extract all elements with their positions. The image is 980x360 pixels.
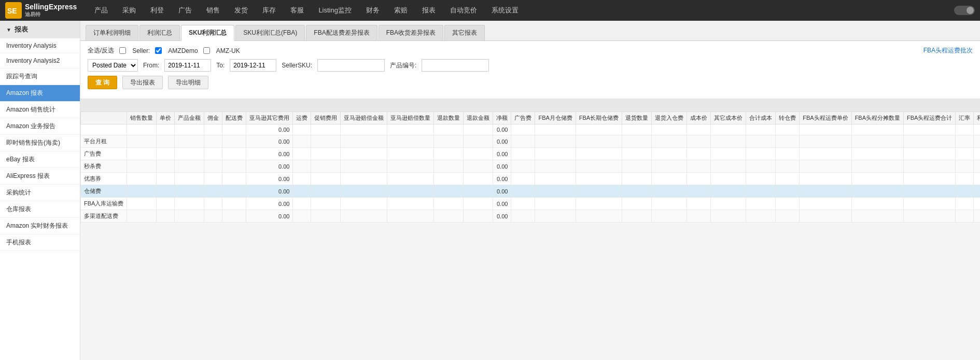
- row-val-col26: [956, 210, 974, 223]
- row-val-col14: [511, 135, 535, 148]
- row-val-col6: 0.00: [246, 173, 293, 185]
- tab-sku-profit-fba[interactable]: SKU利润汇总(FBA): [235, 25, 305, 40]
- seller-amzdemo-checkbox[interactable]: [155, 47, 162, 54]
- nav-claim[interactable]: 索赔: [387, 0, 415, 21]
- table-row: 广告费0.000.00: [81, 148, 981, 160]
- row-val-col25: [904, 148, 956, 160]
- nav-product[interactable]: 产品: [87, 0, 115, 21]
- nav-sales[interactable]: 销售: [199, 0, 227, 21]
- export-report-button[interactable]: 导出报表: [122, 76, 163, 89]
- date-from-input[interactable]: [164, 59, 211, 72]
- table-header-area: [80, 99, 980, 112]
- tab-profit-summary[interactable]: 利润汇总: [139, 25, 180, 40]
- row-val-col21: [746, 185, 776, 198]
- row-val-col10: [387, 148, 434, 160]
- nav-customer[interactable]: 客服: [283, 0, 311, 21]
- row-val-col15: [535, 160, 576, 173]
- col-return-qty: 退货数量: [622, 112, 652, 124]
- sidebar: ▼ 报表 Inventory Analysis Inventory Analys…: [0, 21, 80, 360]
- query-button[interactable]: 查 询: [88, 76, 117, 89]
- tab-other-report[interactable]: 其它报表: [444, 25, 485, 40]
- sidebar-item-amazon-realtime[interactable]: Amazon 实时财务报表: [0, 218, 80, 234]
- sidebar-item-aliexpress[interactable]: AliExpress 报表: [0, 168, 80, 185]
- row-val-col17: [622, 135, 652, 148]
- seller-amzuk-checkbox[interactable]: [203, 47, 210, 54]
- sidebar-item-ebay[interactable]: eBay 报表: [0, 151, 80, 168]
- sidebar-item-amazon-business[interactable]: Amazon 业务报告: [0, 118, 80, 135]
- row-val-col2: [157, 198, 175, 210]
- sidebar-item-inventory-analysis[interactable]: Inventory Analysis: [0, 38, 80, 53]
- sidebar-item-amazon-report[interactable]: Amazon 报表: [0, 85, 80, 102]
- row-val-col5: [222, 210, 246, 223]
- tab-order-profit[interactable]: 订单利润明细: [86, 25, 138, 40]
- filter-area: 全选/反选 Seller: AMZDemo AMZ-UK FBA头程运费批次 P…: [80, 41, 980, 99]
- nav-inventory[interactable]: 库存: [255, 0, 283, 21]
- product-code-input[interactable]: [422, 59, 489, 72]
- row-val-col8: [311, 198, 341, 210]
- nav-ship[interactable]: 发货: [227, 0, 255, 21]
- nav-lideng[interactable]: 利登: [143, 0, 171, 21]
- tab-fba-shipping-diff[interactable]: FBA配送费差异报表: [306, 25, 377, 40]
- row-val-col19: [687, 160, 711, 173]
- row-val-col10: [387, 160, 434, 173]
- export-detail-button[interactable]: 导出明细: [168, 76, 208, 89]
- fba-freight-link[interactable]: FBA头程运费批次: [923, 46, 973, 55]
- sidebar-item-purchase-stats[interactable]: 采购统计: [0, 185, 80, 201]
- row-val-col13: 0.00: [493, 148, 511, 160]
- row-val-col13: 0.00: [493, 185, 511, 198]
- row-val-col12: [464, 210, 493, 223]
- seller-label: 全选/反选: [88, 46, 114, 55]
- tab-fba-receive-diff[interactable]: FBA收货差异报表: [379, 25, 443, 40]
- sidebar-item-inventory-analysis2[interactable]: Inventory Analysis2: [0, 53, 80, 68]
- sidebar-item-amazon-sales[interactable]: Amazon 销售统计: [0, 102, 80, 118]
- row-val-col16: [576, 185, 622, 198]
- row-val-col25: [904, 173, 956, 185]
- row-val-col15: [535, 198, 576, 210]
- nav-settings[interactable]: 系统设置: [484, 0, 526, 21]
- row-val-col4: [204, 173, 222, 185]
- row-val-col14: [511, 124, 535, 135]
- row-val-col19: [687, 173, 711, 185]
- nav-ad[interactable]: 广告: [171, 0, 199, 21]
- col-fba-qty: FBA头程分摊数量: [851, 112, 903, 124]
- date-type-select[interactable]: Posted Date: [88, 59, 138, 72]
- nav-finance[interactable]: 财务: [359, 0, 387, 21]
- col-fba-total: FBA头程运费合计: [904, 112, 956, 124]
- row-val-col10: [387, 173, 434, 185]
- nav-listing[interactable]: Listing监控: [311, 0, 359, 21]
- seller-sku-input[interactable]: [317, 59, 385, 72]
- row-val-col19: [687, 135, 711, 148]
- row-val-col11: [434, 148, 464, 160]
- row-val-col8: [311, 210, 341, 223]
- sidebar-item-warehouse[interactable]: 仓库报表: [0, 201, 80, 218]
- nav-purchase[interactable]: 采购: [115, 0, 143, 21]
- row-val-col23: [800, 185, 851, 198]
- row-val-col13: 0.00: [493, 198, 511, 210]
- row-val-col18: [652, 160, 687, 173]
- nav-report[interactable]: 报表: [415, 0, 443, 21]
- select-all-checkbox[interactable]: [119, 47, 126, 54]
- row-val-col27: [974, 210, 980, 223]
- sidebar-item-mobile[interactable]: 手机报表: [0, 234, 80, 251]
- row-val-col23: [800, 135, 851, 148]
- row-val-col27: [974, 173, 980, 185]
- table-body: 0.000.00平台月租0.000.00广告费0.000.00秒杀费0.000.…: [81, 124, 981, 223]
- row-val-col22: [776, 124, 800, 135]
- row-val-col1: [127, 198, 157, 210]
- date-to-input[interactable]: [230, 59, 276, 72]
- row-val-col20: [711, 198, 746, 210]
- row-val-col8: [311, 173, 341, 185]
- sidebar-item-tracking[interactable]: 跟踪号查询: [0, 68, 80, 85]
- row-val-col12: [464, 160, 493, 173]
- nav-autoprice[interactable]: 自动竞价: [443, 0, 484, 21]
- row-label: 仓储费: [81, 185, 127, 198]
- sidebar-section-header: ▼ 报表: [0, 21, 80, 38]
- toggle-button[interactable]: [954, 6, 975, 15]
- row-val-col14: [511, 160, 535, 173]
- row-val-col15: [535, 210, 576, 223]
- sidebar-item-realtime-sales[interactable]: 即时销售报告(海卖): [0, 135, 80, 151]
- row-val-col23: [800, 198, 851, 210]
- row-val-col21: [746, 148, 776, 160]
- filter-row-buttons: 查 询 导出报表 导出明细: [88, 76, 973, 89]
- tab-sku-profit[interactable]: SKU利润汇总: [181, 25, 234, 41]
